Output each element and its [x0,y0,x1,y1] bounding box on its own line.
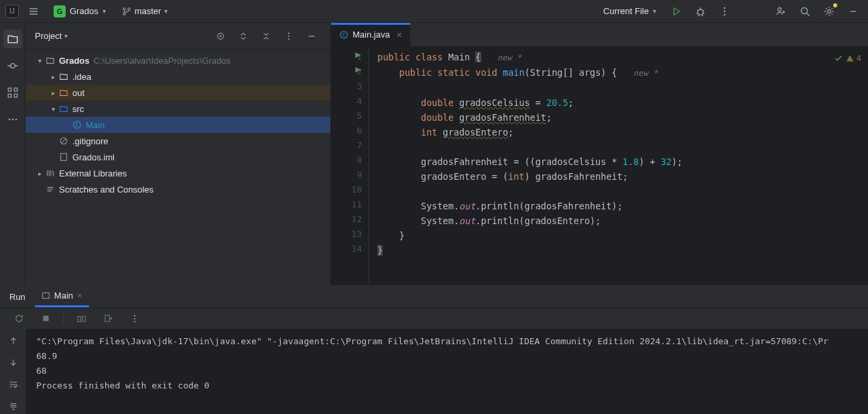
minimize-icon[interactable] [844,2,863,21]
project-panel-title: Project [35,31,62,41]
vcs-branch-selector[interactable]: master ▾ [117,4,174,18]
svg-rect-31 [77,317,84,322]
expand-all-icon[interactable] [234,27,253,46]
left-tool-rail [0,23,25,285]
down-icon[interactable] [4,354,23,370]
library-icon [44,168,56,178]
chevron-down-icon: ▾ [164,7,168,15]
settings-icon[interactable] [820,2,839,21]
run-button[interactable] [667,2,686,21]
svg-point-3 [698,9,703,15]
tree-item-label: src [72,104,84,114]
app-icon: IJ [5,5,19,18]
project-tool-button[interactable] [3,30,22,48]
tree-item-label: out [72,88,84,98]
console-output[interactable]: "C:\Program Files\Java\jdk-17\bin\java.e… [27,329,868,414]
tree-item-label: External Libraries [59,168,127,178]
project-panel-header: Project ▾ [25,23,330,50]
svg-point-20 [288,32,290,34]
exit-icon[interactable] [99,309,117,328]
run-panel-header: Run Main × [0,286,868,307]
tree-item-src[interactable]: ▾ src [25,101,330,117]
tree-root[interactable]: ▾ Grados C:\Users\alvar\IdeaProjects\Gra… [25,52,330,68]
more-tool-button[interactable] [3,110,22,129]
svg-point-6 [724,13,726,15]
soft-wrap-icon[interactable] [4,376,23,393]
file-icon [58,136,70,146]
select-opened-file-icon[interactable] [211,27,230,46]
collapse-all-icon[interactable] [257,27,275,46]
tree-item-gitignore[interactable]: .gitignore [25,133,330,149]
editor-body[interactable]: 1234567891011121314 ▶ ▶ public class Mai… [331,47,868,285]
svg-point-10 [10,64,15,68]
panel-more-icon[interactable] [280,27,298,46]
editor-tabs: C Main.java × [331,23,868,47]
class-icon: C [339,30,349,40]
svg-rect-33 [105,315,109,321]
svg-point-7 [778,7,782,11]
tree-item-label: .idea [72,72,91,82]
svg-point-5 [724,10,726,12]
commit-tool-button[interactable] [3,56,22,75]
inspection-indicator[interactable]: 4 [834,51,861,66]
code-with-me-icon[interactable] [771,2,790,21]
hide-panel-icon[interactable] [302,27,321,46]
screenshot-icon[interactable] [72,309,90,328]
debug-button[interactable] [691,2,710,21]
stop-icon[interactable] [36,309,55,328]
run-gutter-icon[interactable]: ▶ [355,50,361,59]
tree-item-scratches[interactable]: Scratches and Consoles [25,181,330,197]
tree-item-label: Grados.iml [72,152,115,162]
branch-icon [122,7,131,16]
code-editor[interactable]: public class Main { new * public static … [369,47,868,285]
tree-item-iml[interactable]: Grados.iml [25,149,330,165]
close-icon[interactable]: × [397,30,402,40]
chevron-down-icon[interactable]: ▾ [64,32,68,40]
chevron-down-icon: ▾ [653,7,656,15]
tree-item-label: .gitignore [72,136,108,146]
scroll-to-end-icon[interactable] [4,398,23,414]
run-tab-main[interactable]: Main × [35,286,89,307]
svg-point-1 [123,12,125,15]
run-panel-title: Run [9,292,25,302]
tree-root-name: Grados [59,56,90,66]
project-selector[interactable]: G Grados ▾ [48,3,111,19]
svg-point-15 [8,119,10,121]
editor-area: C Main.java × 1234567891011121314 ▶ ▶ pu… [331,23,868,285]
svg-rect-29 [42,293,49,298]
run-tab-label: Main [54,291,73,301]
project-name-label: Grados [70,6,99,16]
folder-icon [58,88,70,97]
svg-text:C: C [76,122,79,128]
more-icon[interactable] [715,2,734,21]
tree-item-label: Scratches and Consoles [59,185,153,195]
svg-point-34 [134,315,135,316]
tree-item-idea[interactable]: ▸ .idea [25,68,330,85]
close-icon[interactable]: × [77,291,82,301]
run-more-icon[interactable] [125,309,144,328]
structure-tool-button[interactable] [3,83,22,102]
editor-tab-main[interactable]: C Main.java × [331,23,410,46]
search-icon[interactable] [796,2,814,21]
tree-item-out[interactable]: ▸ out [25,85,330,101]
svg-point-8 [802,7,808,13]
hamburger-icon[interactable] [24,2,43,21]
project-badge: G [54,5,66,17]
svg-point-0 [123,7,125,10]
up-icon[interactable] [4,333,23,349]
chevron-down-icon: ▾ [103,7,106,15]
project-panel: Project ▾ ▾ Grados C:\Users\alvar\IdeaPr… [25,23,331,285]
folder-icon [58,72,70,81]
run-gutter-icon[interactable]: ▶ [355,65,361,74]
tree-item-label: Main [86,120,105,130]
folder-icon [58,104,70,113]
tree-item-external-libraries[interactable]: ▸ External Libraries [25,165,330,181]
tree-item-main[interactable]: C Main [25,117,330,133]
rerun-icon[interactable] [9,309,28,328]
svg-rect-26 [61,154,67,161]
svg-rect-14 [14,94,17,97]
run-config-selector[interactable]: Current File ▾ [598,4,662,18]
svg-rect-12 [14,88,17,91]
svg-point-35 [134,317,135,319]
project-tree[interactable]: ▾ Grados C:\Users\alvar\IdeaProjects\Gra… [25,50,330,285]
